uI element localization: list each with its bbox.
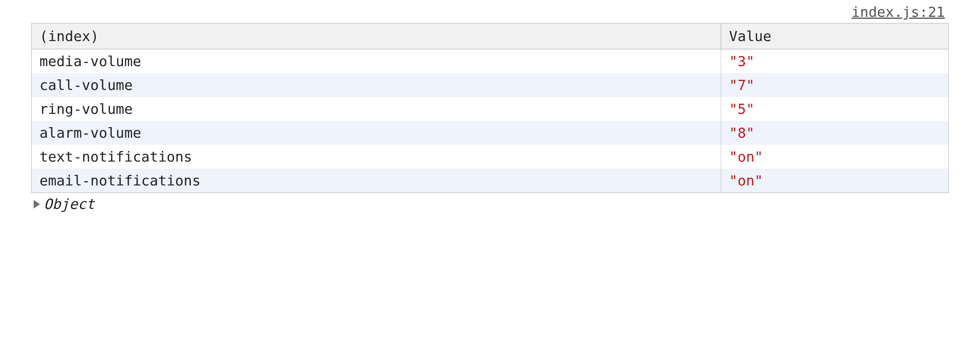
table-cell-value: "3" bbox=[721, 49, 949, 74]
object-expand-row[interactable]: Object bbox=[31, 193, 949, 212]
table-row: ring-volume "5" bbox=[32, 97, 949, 121]
string-value: "7" bbox=[729, 77, 754, 93]
table-cell-value: "on" bbox=[721, 169, 949, 193]
table-cell-index: text-notifications bbox=[32, 145, 721, 169]
table-header-value[interactable]: Value bbox=[721, 23, 949, 49]
string-value: "8" bbox=[729, 125, 754, 141]
table-row: call-volume "7" bbox=[32, 73, 949, 97]
string-value: "3" bbox=[729, 53, 754, 69]
table-row: email-notifications "on" bbox=[32, 169, 949, 193]
console-table: (index) Value media-volume "3" call-volu… bbox=[31, 23, 949, 193]
table-cell-value: "8" bbox=[721, 121, 949, 145]
table-row: text-notifications "on" bbox=[32, 145, 949, 169]
table-row: media-volume "3" bbox=[32, 49, 949, 74]
table-cell-index: media-volume bbox=[32, 49, 721, 74]
table-cell-index: email-notifications bbox=[32, 169, 721, 193]
source-link-row: index.js:21 bbox=[31, 4, 949, 20]
table-cell-value: "5" bbox=[721, 97, 949, 121]
table-cell-index: ring-volume bbox=[32, 97, 721, 121]
table-cell-index: call-volume bbox=[32, 73, 721, 97]
object-label: Object bbox=[44, 196, 95, 212]
source-link[interactable]: index.js:21 bbox=[852, 4, 945, 20]
table-cell-value: "on" bbox=[721, 145, 949, 169]
string-value: "on" bbox=[729, 149, 763, 165]
table-cell-index: alarm-volume bbox=[32, 121, 721, 145]
string-value: "on" bbox=[729, 173, 763, 189]
table-cell-value: "7" bbox=[721, 73, 949, 97]
string-value: "5" bbox=[729, 101, 754, 117]
table-header-row: (index) Value bbox=[32, 23, 949, 49]
console-log-entry: index.js:21 (index) Value media-volume "… bbox=[0, 4, 980, 212]
disclosure-triangle-icon bbox=[34, 200, 40, 209]
table-body: media-volume "3" call-volume "7" ring-vo… bbox=[32, 49, 949, 193]
table-header-index[interactable]: (index) bbox=[32, 23, 721, 49]
table-row: alarm-volume "8" bbox=[32, 121, 949, 145]
